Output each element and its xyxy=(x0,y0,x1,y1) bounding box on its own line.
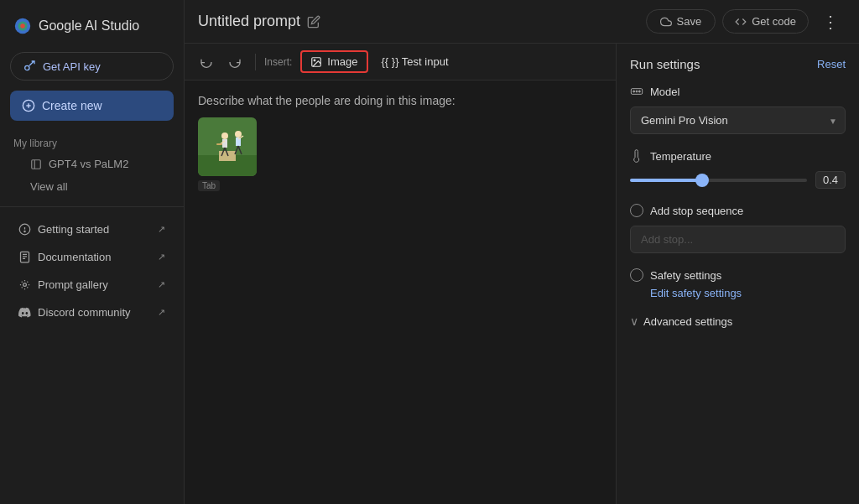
stop-sequence-title: Add stop sequence xyxy=(650,205,743,217)
sidebar-item-gpt4[interactable]: GPT4 vs PaLM2 xyxy=(0,153,184,175)
editor-content-area[interactable]: Describe what the people are doing in th… xyxy=(185,81,616,504)
insert-test-input-button[interactable]: {{ }} Test input xyxy=(373,52,457,71)
model-title: Model xyxy=(650,86,679,98)
code-icon xyxy=(735,16,747,28)
external-link-icon: ↗ xyxy=(158,252,165,262)
sidebar-divider xyxy=(0,206,184,207)
prompt-text: Describe what the people are doing in th… xyxy=(198,94,602,107)
editor-toolbar: Insert: Image {{ }} Test input xyxy=(185,44,616,81)
sidebar-item-getting-started[interactable]: Getting started ↗ xyxy=(5,216,179,242)
sidebar-item-discord[interactable]: Discord community ↗ xyxy=(5,299,179,325)
app-logo: Google AI Studio xyxy=(0,13,184,52)
advanced-row[interactable]: ∨ Advanced settings xyxy=(630,314,846,328)
svg-point-36 xyxy=(638,91,640,92)
toolbar-divider xyxy=(255,54,256,70)
advanced-title: Advanced settings xyxy=(643,315,732,328)
page-title: Untitled prompt xyxy=(198,13,300,30)
sidebar: Google AI Studio Get API key Create new … xyxy=(0,0,185,504)
svg-point-18 xyxy=(314,60,315,61)
svg-rect-23 xyxy=(222,139,227,148)
temperature-slider[interactable] xyxy=(630,179,807,182)
get-api-key-button[interactable]: Get API key xyxy=(10,52,174,81)
temperature-row: 0.4 xyxy=(630,171,846,189)
image-container[interactable]: Tab xyxy=(198,117,257,176)
safety-section: Safety settings Edit safety settings xyxy=(630,268,846,299)
prompt-editor: Insert: Image {{ }} Test input Describe … xyxy=(185,44,616,504)
run-settings-panel: Run settings Reset Model Gemini Pro Visi… xyxy=(616,44,859,504)
temperature-title: Temperature xyxy=(650,150,711,163)
model-select-wrap: Gemini Pro Vision xyxy=(630,107,846,134)
temperature-header: Temperature xyxy=(630,149,846,163)
safety-row: Safety settings xyxy=(630,268,846,282)
sidebar-item-prompt-gallery[interactable]: Prompt gallery ↗ xyxy=(5,272,179,298)
external-link-icon: ↗ xyxy=(158,224,165,235)
svg-point-11 xyxy=(24,231,25,231)
undo-button[interactable] xyxy=(195,52,218,72)
sidebar-item-view-all[interactable]: View all xyxy=(0,175,184,198)
cloud-icon xyxy=(660,16,672,28)
more-options-button[interactable]: ⋮ xyxy=(815,8,846,35)
model-section: Model Gemini Pro Vision xyxy=(630,85,846,134)
tab-indicator: Tab xyxy=(198,180,220,191)
svg-point-3 xyxy=(25,65,29,70)
safety-icon xyxy=(630,268,643,282)
advanced-section: ∨ Advanced settings xyxy=(630,314,846,328)
chevron-down-icon: ∨ xyxy=(630,314,638,328)
edit-icon[interactable] xyxy=(307,15,320,29)
panel-title: Run settings xyxy=(630,57,700,71)
svg-point-28 xyxy=(235,131,242,138)
svg-point-16 xyxy=(23,283,27,287)
svg-rect-7 xyxy=(32,159,41,169)
model-select[interactable]: Gemini Pro Vision xyxy=(630,107,846,134)
svg-point-34 xyxy=(633,91,635,92)
external-link-icon: ↗ xyxy=(158,307,165,318)
main-content: Untitled prompt Save Get code xyxy=(185,0,859,504)
cricket-image[interactable] xyxy=(198,117,257,176)
create-new-button[interactable]: Create new xyxy=(10,91,174,121)
safety-title: Safety settings xyxy=(650,269,721,282)
stop-sequence-icon xyxy=(630,204,643,217)
model-section-header: Model xyxy=(630,85,846,98)
prompt-body: Insert: Image {{ }} Test input Describe … xyxy=(185,44,859,504)
stop-sequence-header: Add stop sequence xyxy=(630,204,846,217)
external-link-icon: ↗ xyxy=(158,279,165,290)
panel-header: Run settings Reset xyxy=(630,57,846,71)
redo-button[interactable] xyxy=(223,52,247,72)
stop-sequence-input[interactable] xyxy=(630,226,846,253)
stop-sequence-section: Add stop sequence xyxy=(630,204,846,253)
temperature-value: 0.4 xyxy=(815,171,846,189)
topbar: Untitled prompt Save Get code xyxy=(185,0,859,44)
insert-label: Insert: xyxy=(264,56,292,68)
sidebar-item-documentation[interactable]: Documentation ↗ xyxy=(5,244,179,270)
reset-button[interactable]: Reset xyxy=(817,58,846,70)
svg-point-22 xyxy=(221,132,228,139)
svg-point-2 xyxy=(20,23,25,29)
model-icon xyxy=(630,85,643,98)
image-icon xyxy=(310,56,322,68)
svg-point-35 xyxy=(636,91,638,92)
insert-image-button[interactable]: Image xyxy=(300,50,367,73)
my-library-label: My library xyxy=(0,131,184,153)
get-code-button[interactable]: Get code xyxy=(722,9,809,34)
temperature-section: Temperature 0.4 xyxy=(630,149,846,189)
save-button[interactable]: Save xyxy=(646,9,716,34)
topbar-actions: Save Get code ⋮ xyxy=(646,8,846,35)
prompt-title-area: Untitled prompt xyxy=(198,13,636,30)
svg-rect-27 xyxy=(216,143,222,145)
temperature-icon xyxy=(630,149,643,163)
edit-safety-link[interactable]: Edit safety settings xyxy=(650,287,846,299)
